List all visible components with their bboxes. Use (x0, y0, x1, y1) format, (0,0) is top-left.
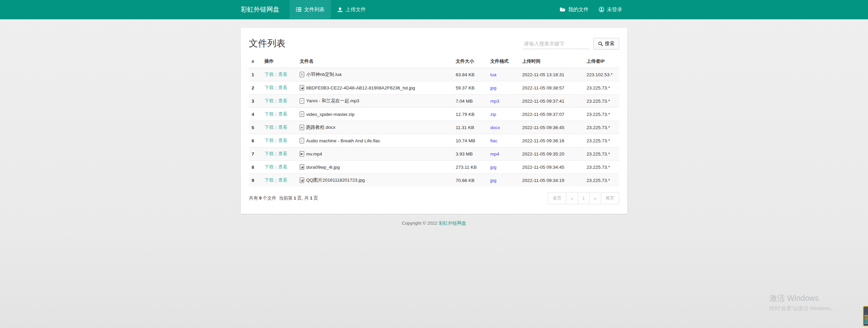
format-link[interactable]: jpg (490, 85, 496, 90)
upload-time: 2022-11-05 09:34:19 (519, 174, 584, 187)
download-link[interactable]: 下载 (264, 85, 274, 90)
pagination-prev-button[interactable]: « (566, 192, 578, 204)
action-separator: | (274, 85, 278, 90)
search-input[interactable] (523, 38, 589, 49)
tab-file-list[interactable]: 文件列表 (290, 0, 331, 19)
view-link[interactable]: 查看 (278, 72, 288, 77)
footer-site-link[interactable]: 彩虹外链网盘 (439, 221, 466, 226)
view-link[interactable]: 查看 (278, 98, 288, 103)
download-link[interactable]: 下载 (264, 72, 274, 77)
row-index: 7 (249, 147, 262, 161)
download-link[interactable]: 下载 (264, 138, 274, 143)
file-size: 3.93 MB (453, 147, 488, 161)
download-link[interactable]: 下载 (264, 151, 274, 156)
header-upload-time: 上传时间 (519, 55, 584, 68)
table-row: 9 下载|查看 QQ图片20161118201723.jpg 70.66 KB … (249, 174, 619, 187)
action-separator: | (274, 164, 278, 169)
file-size: 70.66 KB (453, 174, 488, 187)
search-button-label: 搜索 (605, 41, 614, 47)
search-button[interactable]: 搜索 (593, 38, 619, 49)
navbar: 彩虹外链网盘 文件列表 上传文件 (0, 0, 868, 19)
table-row: 1 下载|查看 小羽神nb定制.lua 63.84 KB lua 2022-11… (249, 68, 619, 81)
uploader-ip: 23.225.73.* (584, 174, 619, 187)
format-link[interactable]: docx (490, 125, 500, 130)
format-link[interactable]: flac (490, 138, 497, 143)
file-type-icon (300, 138, 304, 143)
brand-link[interactable]: 彩虹外链网盘 (241, 0, 290, 19)
upload-time: 2022-11-05 09:37:07 (519, 108, 584, 121)
upload-icon (337, 7, 343, 12)
view-link[interactable]: 查看 (278, 178, 288, 183)
format-link[interactable]: jpg (490, 178, 496, 183)
file-name: video_spider-master.zip (306, 112, 355, 117)
view-link[interactable]: 查看 (278, 164, 288, 169)
download-link[interactable]: 下载 (264, 98, 274, 103)
view-link[interactable]: 查看 (278, 151, 288, 156)
row-index: 5 (249, 121, 262, 134)
user-circle-icon (599, 7, 604, 12)
view-link[interactable]: 查看 (278, 85, 288, 90)
file-table: # 操作 文件名 文件大小 文件格式 上传时间 上传者IP 1 下载|查看 小羽… (249, 55, 619, 187)
table-row: 5 下载|查看 跑路教程.docx 11.31 KB docx 2022-11-… (249, 121, 619, 134)
total-files-count: 9 (258, 196, 263, 201)
table-row: 4 下载|查看 video_spider-master.zip 12.79 KB… (249, 108, 619, 121)
navbar-right: 我的文件 未登录 (555, 0, 627, 19)
pagination-first-button[interactable]: 首页 (548, 192, 566, 204)
card-header: 文件列表 搜索 (249, 34, 619, 52)
view-link[interactable]: 查看 (278, 125, 288, 130)
format-link[interactable]: mp3 (490, 99, 499, 104)
table-footer: 共有9个文件 当前第1页, 共1页 首页 « 1 » 尾页 (249, 192, 619, 204)
pagination: 首页 « 1 » 尾页 (548, 192, 619, 204)
summary-text: 页, 共 (297, 196, 309, 201)
pagination-page-button[interactable]: 1 (578, 192, 590, 204)
uploader-ip: 23.225.73.* (584, 95, 619, 108)
nav-item-my-files[interactable]: 我的文件 (555, 0, 594, 19)
header-uploader-ip: 上传者IP (584, 55, 619, 68)
header-index: # (249, 55, 262, 68)
pagination-next-button[interactable]: » (589, 192, 601, 204)
download-link[interactable]: 下载 (264, 164, 274, 169)
file-name: dora09wp_4l.jpg (306, 165, 340, 170)
upload-time: 2022-11-05 09:34:45 (519, 161, 584, 174)
format-link[interactable]: lua (490, 72, 496, 77)
upload-time: 2022-11-05 09:38:57 (519, 81, 584, 95)
format-link[interactable]: jpg (490, 165, 496, 170)
file-name: 小羽神nb定制.lua (306, 71, 341, 78)
page-title: 文件列表 (249, 37, 285, 49)
format-link[interactable]: zip (490, 112, 496, 117)
row-index: 6 (249, 134, 262, 147)
format-link[interactable]: mp4 (490, 151, 499, 157)
pagination-last-button[interactable]: 尾页 (601, 192, 619, 204)
download-link[interactable]: 下载 (264, 111, 274, 117)
summary-text: 共有 (249, 196, 258, 201)
total-pages-number: 1 (309, 196, 314, 201)
view-link[interactable]: 查看 (278, 111, 288, 117)
action-separator: | (274, 72, 278, 77)
action-separator: | (274, 178, 278, 183)
folder-open-icon (560, 7, 566, 12)
nav-item-label: 未登录 (607, 6, 622, 13)
download-link[interactable]: 下载 (264, 125, 274, 130)
file-size: 7.04 MB (453, 95, 488, 108)
header-filesize: 文件大小 (453, 55, 488, 68)
search-icon (598, 41, 603, 46)
current-page-number: 1 (293, 196, 297, 201)
watermark-title: 激活 Windows (769, 293, 835, 304)
header-filename: 文件名 (297, 55, 453, 68)
nav-item-login-status[interactable]: 未登录 (594, 0, 627, 19)
file-name: mv.mp4 (306, 151, 322, 157)
file-name: 跑路教程.docx (306, 124, 335, 130)
uploader-ip: 23.225.73.* (584, 121, 619, 134)
tab-upload-file[interactable]: 上传文件 (331, 0, 372, 19)
table-row: 6 下载|查看 Audio machine - Breath And Life.… (249, 134, 619, 147)
table-row: 7 下载|查看 mv.mp4 3.93 MB mp4 2022-11-05 09… (249, 147, 619, 161)
file-type-icon (300, 125, 304, 130)
view-link[interactable]: 查看 (278, 138, 288, 143)
file-size: 59.37 KB (453, 81, 488, 95)
file-type-icon (300, 164, 304, 170)
download-link[interactable]: 下载 (264, 178, 274, 183)
list-icon (296, 7, 301, 12)
uploader-ip: 23.225.73.* (584, 161, 619, 174)
nav-item-label: 我的文件 (568, 6, 589, 13)
file-size: 11.31 KB (453, 121, 488, 134)
